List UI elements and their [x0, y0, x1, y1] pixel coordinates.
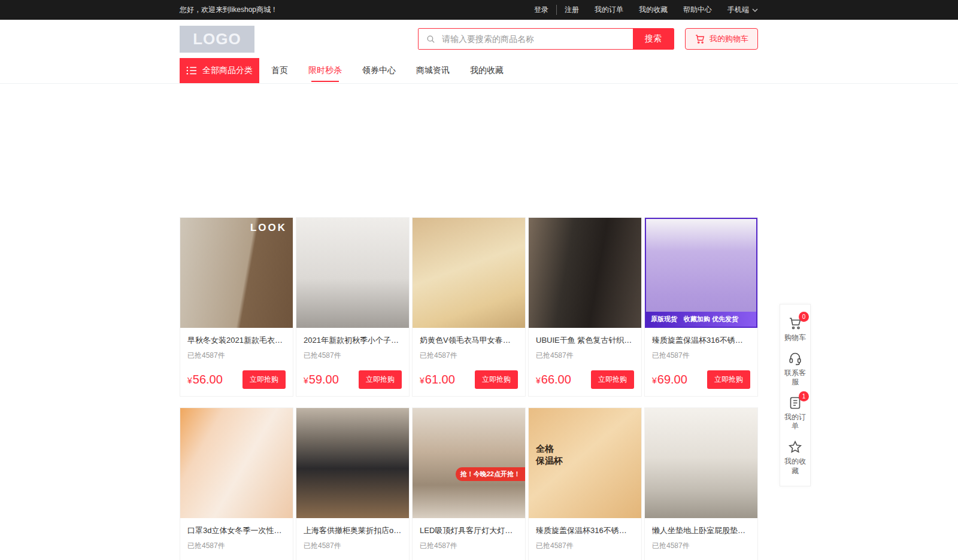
product-card[interactable]: UBUIE干鱼 紫色复古针织衫马... 已抢4587件 ¥ 66.00 立即抢购: [528, 217, 642, 397]
product-card[interactable]: 口罩3d立体女冬季一次性口罩 已抢4587件 ¥ 10.00 立即抢购: [180, 407, 293, 560]
product-title: 懒人坐垫地上卧室屁股垫子办...: [652, 525, 750, 536]
product-card[interactable]: LOOK 早秋冬女装2021新款毛衣盐系... 已抢4587件 ¥ 56.00 …: [180, 217, 293, 397]
product-title: 2021年新款初秋季小个子马甲...: [304, 335, 402, 346]
buy-now-button[interactable]: 立即抢购: [242, 370, 286, 389]
product-grid: LOOK 早秋冬女装2021新款毛衣盐系... 已抢4587件 ¥ 56.00 …: [180, 217, 758, 560]
product-card[interactable]: 抢！今晚22点开抢！ LED吸顶灯具客厅灯大灯主卧... 已抢4587件 ¥ 6…: [412, 407, 526, 560]
search-icon: [426, 34, 436, 44]
buy-now-button[interactable]: 立即抢购: [475, 370, 518, 389]
product-image-text: 抢！今晚22点开抢！: [456, 467, 525, 481]
product-sold-count: 已抢4587件: [187, 351, 286, 361]
product-sold-count: 已抢4587件: [304, 541, 402, 551]
product-card[interactable]: 懒人坐垫地上卧室屁股垫子办... 已抢4587件 ¥ 19.90 立即抢购: [644, 407, 758, 560]
navbar: 全部商品分类 首页 限时秒杀 领券中心 商城资讯 我的收藏: [0, 58, 958, 84]
buy-now-button[interactable]: 立即抢购: [707, 370, 750, 389]
cart-button[interactable]: 我的购物车: [685, 28, 758, 50]
currency-symbol: ¥: [304, 376, 308, 385]
currency-symbol: ¥: [652, 376, 657, 385]
product-image-text: 全格 保温杯: [536, 443, 565, 467]
currency-symbol: ¥: [187, 376, 192, 385]
product-image: [296, 218, 409, 328]
product-sold-count: 已抢4587件: [420, 351, 518, 361]
float-menu-customer-service[interactable]: 联系客服: [784, 351, 806, 387]
headset-icon: [788, 351, 802, 366]
topbar: 您好，欢迎来到likeshop商城！ 登录 注册 我的订单 我的收藏 帮助中心 …: [0, 0, 958, 20]
chevron-down-icon: [752, 8, 758, 12]
product-card[interactable]: 奶黄色V领毛衣马甲女春秋慵懒... 已抢4587件 ¥ 61.00 立即抢购: [412, 217, 526, 397]
category-button[interactable]: 全部商品分类: [180, 58, 259, 83]
cart-icon: [695, 34, 705, 44]
product-image: [296, 408, 409, 518]
product-image: 抢！今晚22点开抢！: [413, 408, 525, 518]
product-image: [413, 218, 525, 328]
currency-symbol: ¥: [420, 376, 425, 385]
header: LOGO 搜索 我的购物车: [0, 20, 958, 58]
star-icon: [788, 440, 802, 454]
product-image: LOOK: [180, 218, 293, 328]
product-title: 口罩3d立体女冬季一次性口罩: [187, 525, 286, 536]
topbar-link-favorites[interactable]: 我的收藏: [639, 5, 668, 15]
welcome-text: 您好，欢迎来到likeshop商城！: [180, 5, 278, 15]
search-bar: 搜索: [418, 28, 674, 50]
product-image-text: 原版现货 收藏加购 优先发货: [646, 312, 756, 327]
logo[interactable]: LOGO: [180, 26, 254, 53]
product-image: [645, 408, 757, 518]
mobile-link[interactable]: 手机端: [727, 5, 758, 15]
nav-item-mall-news[interactable]: 商城资讯: [416, 58, 450, 83]
product-price: ¥ 59.00: [304, 373, 339, 386]
product-price: ¥ 61.00: [420, 373, 455, 386]
product-title: UBUIE干鱼 紫色复古针织衫马...: [536, 335, 634, 346]
product-title: LED吸顶灯具客厅灯大灯主卧...: [420, 525, 518, 536]
product-title: 臻质旋盖保温杯316不锈钢内胆...: [536, 525, 634, 536]
product-sold-count: 已抢4587件: [187, 541, 286, 551]
search-input[interactable]: [436, 29, 633, 49]
product-sold-count: 已抢4587件: [304, 351, 402, 361]
nav-item-seckill[interactable]: 限时秒杀: [308, 58, 342, 83]
product-image-text: LOOK: [250, 222, 287, 234]
product-price: ¥ 56.00: [187, 373, 223, 386]
product-image: 原版现货 收藏加购 优先发货: [645, 218, 757, 328]
product-sold-count: 已抢4587件: [536, 541, 634, 551]
product-sold-count: 已抢4587件: [536, 351, 634, 361]
orders-badge: 1: [799, 391, 809, 401]
float-menu-cart[interactable]: 0 购物车: [784, 316, 806, 343]
currency-symbol: ¥: [536, 376, 541, 385]
topbar-link-help[interactable]: 帮助中心: [683, 5, 712, 15]
product-sold-count: 已抢4587件: [652, 351, 750, 361]
product-price: ¥ 69.00: [652, 373, 687, 386]
product-card[interactable]: 2021年新款初秋季小个子马甲... 已抢4587件 ¥ 59.00 立即抢购: [296, 217, 410, 397]
search-button[interactable]: 搜索: [633, 29, 674, 49]
float-menu-my-orders[interactable]: 1 我的订单: [784, 395, 806, 431]
login-link[interactable]: 登录: [534, 5, 557, 15]
product-card[interactable]: 原版现货 收藏加购 优先发货 臻质旋盖保温杯316不锈钢内胆... 已抢4587…: [644, 217, 758, 397]
float-menu: 0 购物车 联系客服 1 我的订单: [780, 304, 811, 486]
buy-now-button[interactable]: 立即抢购: [591, 370, 634, 389]
product-image: [529, 218, 641, 328]
register-link[interactable]: 注册: [565, 5, 579, 15]
product-card[interactable]: 上海客供撤柜奥莱折扣店outlets 已抢4587件 ¥ 46.00 立即抢购: [296, 407, 410, 560]
product-title: 奶黄色V领毛衣马甲女春秋慵懒...: [420, 335, 518, 346]
nav-item-coupon-center[interactable]: 领券中心: [362, 58, 396, 83]
cart-badge: 0: [799, 312, 809, 322]
category-icon: [186, 66, 197, 75]
nav-item-my-favorites[interactable]: 我的收藏: [470, 58, 504, 83]
float-menu-my-favorites[interactable]: 我的收藏: [784, 440, 806, 476]
nav-item-home[interactable]: 首页: [271, 58, 288, 83]
product-sold-count: 已抢4587件: [652, 541, 750, 551]
topbar-link-orders[interactable]: 我的订单: [595, 5, 623, 15]
product-title: 臻质旋盖保温杯316不锈钢内胆...: [652, 335, 750, 346]
product-title: 早秋冬女装2021新款毛衣盐系...: [187, 335, 286, 346]
product-price: ¥ 66.00: [536, 373, 571, 386]
product-card[interactable]: 全格 保温杯 臻质旋盖保温杯316不锈钢内胆... 已抢4587件 ¥ 29.9…: [528, 407, 642, 560]
product-title: 上海客供撤柜奥莱折扣店outlets: [304, 525, 402, 536]
buy-now-button[interactable]: 立即抢购: [359, 370, 402, 389]
product-image: 全格 保温杯: [529, 408, 641, 518]
product-sold-count: 已抢4587件: [420, 541, 518, 551]
product-image: [180, 408, 293, 518]
